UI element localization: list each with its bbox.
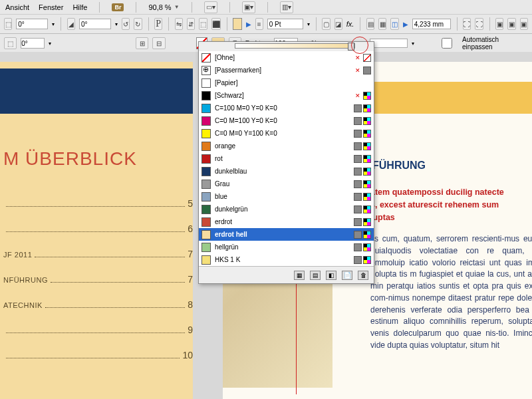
select-container-icon[interactable]: ⬚ xyxy=(199,18,207,30)
swatch-list[interactable]: [Ohne][Passermarken][Papier][Schwarz]C=1… xyxy=(199,51,374,266)
swatch-flags xyxy=(354,66,371,74)
swatch-row[interactable]: hellgrün xyxy=(199,241,374,253)
swatch-name: Grau xyxy=(215,180,350,188)
grey-flag-icon xyxy=(354,180,362,188)
flip-v-icon[interactable]: ⇵ xyxy=(187,18,195,30)
swatch-row[interactable]: dunkelgrün xyxy=(199,203,374,215)
grey-flag-icon xyxy=(354,218,362,226)
swatch-name: dunkelblau xyxy=(215,168,350,175)
new-swatch-icon[interactable]: ▤ xyxy=(310,271,321,280)
stroke-field[interactable] xyxy=(267,19,303,29)
swatch-flags xyxy=(354,54,371,62)
align-icon[interactable]: ⊞ xyxy=(136,37,148,49)
dropdown-icon[interactable]: ▾ xyxy=(307,21,310,27)
swatch-chip xyxy=(201,180,211,189)
lab-flag-icon xyxy=(363,180,371,188)
new-folder-icon[interactable]: 📄 xyxy=(342,271,352,280)
fill-dropdown-icon[interactable]: ▶ xyxy=(246,21,251,28)
fit-frame1-icon[interactable]: ⛶ xyxy=(463,18,471,30)
corner-dropdown-icon[interactable]: ▶ xyxy=(403,21,408,28)
reg2-flag-icon xyxy=(363,66,371,74)
swatch-row[interactable]: rot xyxy=(199,152,374,165)
menu-hilfe[interactable]: Hilfe xyxy=(72,3,87,11)
select-content-icon[interactable]: ⬛ xyxy=(211,18,221,30)
delete-swatch-icon[interactable]: 🗑 xyxy=(358,271,368,280)
bridge-badge[interactable]: Br xyxy=(112,3,124,11)
angle1b-field[interactable] xyxy=(21,38,45,49)
new-gradient-icon[interactable]: ◧ xyxy=(326,271,336,280)
zoom-level[interactable]: 90,8 % xyxy=(148,3,171,11)
cmyk-flag-icon xyxy=(363,205,371,213)
fill-swatch[interactable] xyxy=(233,18,241,30)
tint-slider-row xyxy=(199,42,374,51)
fit-frame2-icon[interactable]: ⛶ xyxy=(475,18,483,30)
corner-options-icon[interactable]: ◫ xyxy=(390,18,398,30)
text-wrap2-icon[interactable]: ▦ xyxy=(378,18,386,30)
swatch-row[interactable]: dunkelblau xyxy=(199,165,374,178)
fx-square-icon[interactable]: ▢ xyxy=(322,18,330,30)
corner-field[interactable] xyxy=(412,19,451,29)
swatch-row[interactable]: C=0 M=100 Y=0 K=0 xyxy=(199,114,374,127)
menubar: Ansicht Fenster Hilfe Br 90,8 % ▼ ▭▾ ▣▾ … xyxy=(0,0,532,15)
swatches-panel[interactable]: [Ohne][Passermarken][Papier][Schwarz]C=1… xyxy=(198,41,374,284)
tint-slider[interactable] xyxy=(235,43,355,49)
show-swatches-icon[interactable]: ▦ xyxy=(294,271,305,280)
cmyk-flag-icon xyxy=(363,117,371,125)
swatch-row[interactable]: C=100 M=0 Y=0 K=0 xyxy=(199,102,374,114)
swatch-row[interactable]: [Schwarz] xyxy=(199,89,374,102)
left-page[interactable]: M ÜBERBLICK 5 6 JF 20117 NFÜHRUNG7 ATECH… xyxy=(0,62,193,399)
grey-flag-icon xyxy=(354,205,362,213)
shear-y-icon[interactable]: ◢ xyxy=(67,18,75,30)
autofit-checkbox[interactable] xyxy=(436,38,458,49)
fx-shadow-icon[interactable]: ◪ xyxy=(334,18,342,30)
dropdown-icon[interactable]: ▾ xyxy=(115,21,118,27)
tint-slider-thumb[interactable] xyxy=(348,43,354,51)
swatch-row[interactable]: HKS 1 K xyxy=(199,253,374,266)
distribute-icon[interactable]: ⊟ xyxy=(152,37,165,49)
swatch-row[interactable]: Grau xyxy=(199,178,374,190)
fx-label[interactable]: fx. xyxy=(346,20,354,28)
shear-x-icon[interactable]: ⬚ xyxy=(4,18,12,30)
cmyk-flag-icon xyxy=(363,243,371,251)
swatch-row[interactable]: erdrot hell xyxy=(199,228,374,241)
swatch-name: dunkelgrün xyxy=(215,205,350,213)
screen-mode-icon[interactable]: ▭▾ xyxy=(204,1,217,13)
swatch-name: blue xyxy=(215,193,350,200)
swatch-flags xyxy=(354,243,371,251)
swatch-row[interactable]: [Passermarken] xyxy=(199,64,374,76)
swatch-chip xyxy=(201,53,211,63)
menu-fenster[interactable]: Fenster xyxy=(39,3,63,11)
arrange-icon[interactable]: ▣▾ xyxy=(242,1,255,13)
swatch-row[interactable]: erdrot xyxy=(199,215,374,228)
swatch-flags xyxy=(354,168,371,176)
stroke-weight-icon[interactable]: ≡ xyxy=(255,18,263,30)
menu-ansicht[interactable]: Ansicht xyxy=(5,3,29,11)
rotate-cw-icon[interactable]: ↻ xyxy=(134,18,142,30)
cmyk-flag-icon xyxy=(363,142,371,150)
paragraph-icon[interactable]: P xyxy=(154,18,162,30)
swatch-row[interactable]: orange xyxy=(199,140,374,152)
fit-content3-icon[interactable]: ▣ xyxy=(520,18,528,30)
swatch-row[interactable]: [Papier] xyxy=(199,76,374,89)
angle2-field[interactable] xyxy=(79,19,111,29)
swatch-row[interactable]: blue xyxy=(199,190,374,203)
rotate-ccw-icon[interactable]: ↺ xyxy=(122,18,130,30)
empty-dropdown[interactable] xyxy=(370,39,408,48)
angle1-field[interactable] xyxy=(16,19,48,29)
swatch-name: [Schwarz] xyxy=(215,92,350,99)
zoom-dropdown-icon[interactable]: ▼ xyxy=(174,4,180,10)
fit-content2-icon[interactable]: ▣ xyxy=(507,18,515,30)
swatches-footer: ▦ ▤ ◧ 📄 🗑 xyxy=(199,266,374,283)
fit-content1-icon[interactable]: ▣ xyxy=(495,18,503,30)
workspace-icon[interactable]: ▥▾ xyxy=(280,1,293,13)
flip-h-icon[interactable]: ⇋ xyxy=(175,18,183,30)
x-flag-icon xyxy=(354,92,362,100)
swatch-flags xyxy=(354,104,371,112)
swatch-row[interactable]: C=0 M=0 Y=100 K=0 xyxy=(199,127,374,140)
shear-x2-icon[interactable]: ⬚ xyxy=(4,37,17,49)
dropdown-icon[interactable]: ▾ xyxy=(52,21,55,27)
swatch-name: [Passermarken] xyxy=(215,66,350,74)
swatch-row[interactable]: [Ohne] xyxy=(199,51,374,64)
text-wrap1-icon[interactable]: ▤ xyxy=(366,18,374,30)
blue-header-band xyxy=(0,68,193,114)
